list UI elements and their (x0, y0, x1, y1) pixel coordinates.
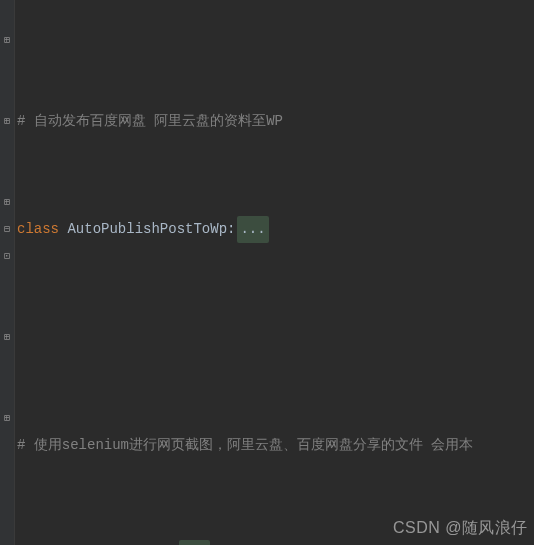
fold-expand-icon[interactable]: ⊞ (2, 117, 12, 127)
code-area[interactable]: # 自动发布百度网盘 阿里云盘的资料至WP class AutoPublishP… (15, 0, 534, 545)
code-editor[interactable]: ⊞ ⊞ ⊞ ⊟ ⊡ ⊞ ⊞ # 自动发布百度网盘 阿里云盘的资料至WP clas… (0, 0, 534, 545)
code-line-blank (17, 324, 534, 351)
fold-collapse-icon[interactable]: ⊟ (2, 225, 12, 235)
fold-ellipsis[interactable]: ... (237, 216, 268, 243)
fold-expand-icon[interactable]: ⊞ (2, 198, 12, 208)
comment: # 使用selenium进行网页截图，阿里云盘、百度网盘分享的文件 会用本 (17, 432, 473, 459)
watermark: CSDN @随风浪仔 (393, 514, 528, 541)
colon: : (227, 216, 235, 243)
gutter: ⊞ ⊞ ⊞ ⊟ ⊡ ⊞ ⊞ (0, 0, 15, 545)
fold-ellipsis[interactable]: ... (179, 540, 210, 545)
code-line: class SharePicUtil:... (17, 540, 534, 545)
fold-expand-icon[interactable]: ⊞ (2, 36, 12, 46)
colon: : (168, 540, 176, 545)
fold-end-icon[interactable]: ⊡ (2, 252, 12, 262)
code-line: # 自动发布百度网盘 阿里云盘的资料至WP (17, 108, 534, 135)
class-name: SharePicUtil (67, 540, 168, 545)
keyword-class: class (17, 216, 59, 243)
fold-expand-icon[interactable]: ⊞ (2, 414, 12, 424)
class-name: AutoPublishPostToWp (67, 216, 227, 243)
comment: # 自动发布百度网盘 阿里云盘的资料至WP (17, 108, 283, 135)
code-line: # 使用selenium进行网页截图，阿里云盘、百度网盘分享的文件 会用本 (17, 432, 534, 459)
keyword-class: class (17, 540, 59, 545)
fold-expand-icon[interactable]: ⊞ (2, 333, 12, 343)
code-line: class AutoPublishPostToWp:... (17, 216, 534, 243)
